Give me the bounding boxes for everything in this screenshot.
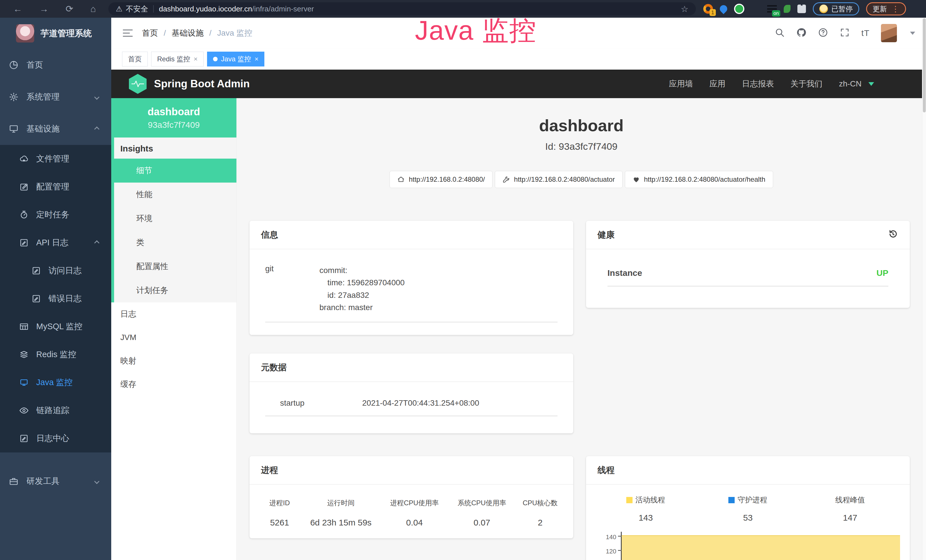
service-url-link[interactable]: http://192.168.0.2:48080/: [390, 171, 493, 188]
sidebar-item-job[interactable]: 定时任务: [0, 201, 111, 229]
sidebar-item-dev-tools[interactable]: 研发工具: [0, 465, 111, 497]
health-instance-label: Instance: [607, 268, 642, 278]
language-caret-icon[interactable]: [869, 82, 874, 86]
github-icon[interactable]: [796, 27, 806, 39]
sba-brand-title[interactable]: Spring Boot Admin: [154, 78, 250, 90]
green-circle-extension-icon[interactable]: [734, 4, 744, 14]
sba-item-details[interactable]: 细节: [114, 159, 236, 183]
hamburger-icon[interactable]: [122, 28, 133, 38]
forward-icon[interactable]: →: [39, 4, 48, 14]
sba-item-logfile[interactable]: 日志: [111, 303, 236, 326]
sidebar-item-config[interactable]: 配置管理: [0, 173, 111, 201]
layers-icon: [19, 350, 29, 359]
threads-chart-y-axis: 140 120 100: [595, 532, 621, 560]
sba-item-env[interactable]: 环境: [114, 207, 236, 230]
pin-extension-icon[interactable]: [720, 5, 727, 12]
sba-item-scheduled[interactable]: 计划任务: [114, 278, 236, 303]
sidebar-item-api-log[interactable]: API 日志: [0, 229, 111, 257]
avatar-dropdown-caret-icon[interactable]: [910, 32, 915, 35]
bookmark-star-icon[interactable]: ☆: [681, 4, 688, 14]
address-bar[interactable]: ⚠ 不安全 dashboard.yudao.iocoder.cn /infra/…: [108, 2, 696, 15]
user-avatar[interactable]: [881, 24, 897, 42]
help-icon[interactable]: [818, 27, 828, 39]
history-icon[interactable]: [888, 229, 898, 241]
health-status-badge: UP: [876, 268, 888, 278]
update-browser-button[interactable]: 更新 ⋮: [866, 2, 906, 15]
fullscreen-icon[interactable]: [840, 27, 850, 39]
health-card-title: 健康: [598, 229, 614, 241]
actuator-url-link[interactable]: http://192.168.0.2:48080/actuator: [495, 171, 623, 188]
emoji-face-icon: [819, 5, 828, 13]
tab-redis-monitor[interactable]: Redis 监控 ×: [151, 51, 204, 67]
sba-language-select[interactable]: zh-CN: [839, 79, 861, 88]
threads-chart-plot: [621, 532, 901, 560]
health-card: 健康 Instance UP: [586, 221, 910, 308]
sba-item-caches[interactable]: 缓存: [111, 372, 236, 396]
sidebar-item-infra[interactable]: 基础设施: [0, 113, 111, 145]
paused-badge[interactable]: 已暂停: [813, 2, 859, 15]
sidebar-item-java[interactable]: Java 监控: [0, 369, 111, 397]
not-secure-warning-icon: ⚠: [116, 5, 123, 14]
sba-nav-about[interactable]: 关于我们: [791, 79, 823, 89]
orange-extension-icon[interactable]: 1: [703, 4, 713, 14]
eye-icon: [19, 406, 29, 415]
sidebar-item-log-center[interactable]: 日志中心: [0, 424, 111, 453]
sidebar-item-system[interactable]: 系统管理: [0, 81, 111, 113]
health-card-body: Instance UP: [586, 249, 910, 286]
sidebar-item-mysql[interactable]: MySQL 监控: [0, 313, 111, 341]
sidebar-item-file[interactable]: 文件管理: [0, 145, 111, 173]
sba-item-metrics[interactable]: 性能: [114, 183, 236, 207]
list-extension-icon[interactable]: on: [767, 5, 777, 12]
sba-item-mappings[interactable]: 映射: [111, 349, 236, 372]
home-icon[interactable]: ⌂: [91, 4, 96, 14]
search-icon[interactable]: [775, 27, 785, 39]
update-label: 更新: [873, 4, 887, 14]
breadcrumb-infra[interactable]: 基础设施: [172, 28, 204, 38]
sba-item-classes[interactable]: 类: [114, 230, 236, 254]
sba-nav-applications[interactable]: 应用: [710, 79, 726, 89]
metadata-row-label: startup: [265, 398, 362, 408]
row-divider: [607, 286, 888, 286]
sba-item-configprops[interactable]: 配置属性: [114, 254, 236, 278]
health-url-link[interactable]: http://192.168.0.2:48080/actuator/health: [625, 171, 773, 188]
sidebar-item-home[interactable]: 首页: [0, 49, 111, 81]
instance-header[interactable]: dashboard 93a3fc7f7409: [111, 98, 236, 138]
url-path: /infra/admin-server: [252, 5, 314, 14]
log-edit-icon: [31, 294, 41, 304]
app-logo-row: 芋道管理系统: [0, 18, 111, 49]
sba-nav-journal[interactable]: 日志报表: [742, 79, 774, 89]
active-tab-dot: [213, 57, 218, 61]
process-table-header: 进程ID 运行时间 进程CPU使用率 系统CPU使用率 CPU核心数: [258, 498, 565, 507]
info-card-body: git commit: time: 1596289704000 id: 27aa…: [250, 249, 573, 322]
browser-menu-icon[interactable]: ⋮: [891, 4, 899, 14]
breadcrumb-home[interactable]: 首页: [142, 28, 158, 38]
table-icon: [19, 322, 29, 331]
page-scrollbar[interactable]: [922, 18, 926, 560]
close-icon[interactable]: ×: [194, 55, 198, 63]
tab-java-monitor[interactable]: Java 监控 ×: [207, 51, 264, 67]
grid-extension-icon[interactable]: [751, 4, 760, 14]
leaf-extension-icon[interactable]: [784, 5, 791, 13]
daemon-threads-value: 53: [697, 513, 799, 523]
sidebar-item-redis[interactable]: Redis 监控: [0, 341, 111, 369]
chevron-down-icon: [94, 94, 99, 100]
spring-boot-admin-logo[interactable]: [129, 74, 147, 94]
puzzle-extension-icon[interactable]: [797, 5, 806, 13]
font-size-icon[interactable]: tT: [861, 28, 870, 38]
close-icon[interactable]: ×: [254, 55, 259, 63]
daemon-threads-legend-swatch: [728, 497, 735, 503]
sidebar-item-error-log[interactable]: 错误日志: [0, 285, 111, 313]
back-icon[interactable]: ←: [13, 4, 22, 14]
tab-home[interactable]: 首页: [122, 51, 148, 67]
reload-icon[interactable]: ⟳: [66, 3, 73, 14]
scrollbar-thumb[interactable]: [923, 18, 926, 112]
sidebar-item-trace[interactable]: 链路追踪: [0, 397, 111, 424]
sba-item-jvm[interactable]: JVM: [111, 326, 236, 349]
insights-group-label: Insights: [114, 138, 236, 159]
sba-nav-wall[interactable]: 应用墙: [669, 79, 693, 89]
sidebar-item-access-log[interactable]: 访问日志: [0, 257, 111, 285]
daemon-threads-label: 守护进程: [737, 495, 767, 505]
cloud-upload-icon: [19, 154, 29, 164]
process-card: 进程 进程ID 运行时间 进程CPU使用率 系统CPU使用率 CPU核心数 52…: [250, 456, 573, 538]
threads-legend: 活动线程 守护进程 线程峰值: [595, 495, 901, 505]
